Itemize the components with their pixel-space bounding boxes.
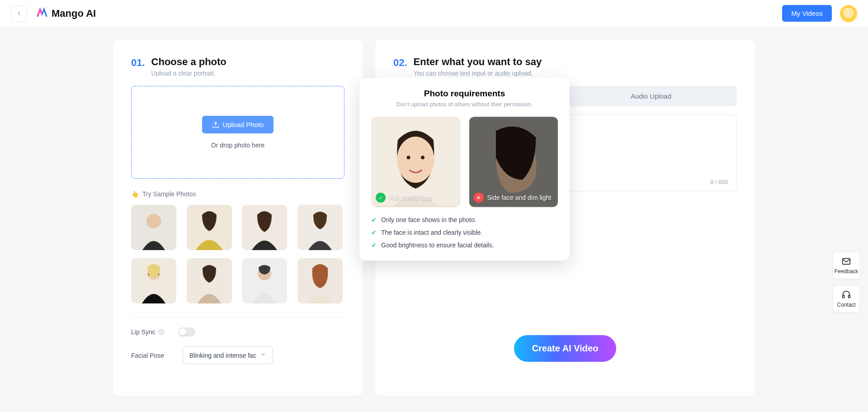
step1-title: Choose a photo xyxy=(151,56,226,68)
sample-photos-label: Try Sample Photos xyxy=(142,190,196,198)
step1-number: 01. xyxy=(131,57,145,69)
my-videos-button[interactable]: My Videos xyxy=(782,5,832,22)
floating-actions: Feedback Contact xyxy=(833,252,860,313)
upload-dropzone[interactable]: Upload Photo Or drop photo here xyxy=(131,86,344,179)
svg-point-22 xyxy=(421,156,425,159)
step1-head: 01. Choose a photo Upload a clear portra… xyxy=(131,56,344,77)
header-left: Mango AI xyxy=(11,5,96,22)
info-icon: ? xyxy=(158,329,165,335)
headset-icon xyxy=(841,290,851,300)
header-right: My Videos xyxy=(782,5,857,22)
bad-example: ✕ Side face and dim light xyxy=(469,117,558,207)
chevron-down-icon xyxy=(260,351,266,359)
sample-photo-6[interactable] xyxy=(187,258,232,303)
upload-photo-button[interactable]: Upload Photo xyxy=(202,116,274,133)
svg-rect-26 xyxy=(843,295,844,298)
step2-title: Enter what you want to say xyxy=(414,56,542,68)
user-avatar[interactable] xyxy=(840,5,857,22)
check-icon: ✓ xyxy=(371,242,377,249)
upload-icon xyxy=(212,121,219,128)
lip-sync-toggle[interactable] xyxy=(178,327,195,336)
check-icon: ✓ xyxy=(371,229,377,236)
facial-pose-value: Blinking and intense fac xyxy=(189,352,256,359)
sample-photo-3[interactable] xyxy=(242,205,287,250)
lip-sync-label: Lip Sync ? xyxy=(131,328,167,336)
svg-point-21 xyxy=(407,156,410,159)
chevron-left-icon xyxy=(15,10,23,17)
contact-button[interactable]: Contact xyxy=(833,285,860,313)
main: 01. Choose a photo Upload a clear portra… xyxy=(113,40,755,396)
tab-audio-upload[interactable]: Audio Upload xyxy=(565,86,737,106)
svg-point-2 xyxy=(146,214,161,228)
feedback-button[interactable]: Feedback xyxy=(833,252,860,279)
x-circle-icon: ✕ xyxy=(474,193,484,203)
mail-icon xyxy=(841,256,851,266)
logo: Mango AI xyxy=(36,6,96,21)
photo-requirements-popover: Photo requirements Don't upload photos o… xyxy=(359,78,570,260)
sample-photo-7[interactable] xyxy=(242,258,287,303)
facial-pose-label: Facial Pose xyxy=(131,352,172,359)
sample-photos-grid xyxy=(131,205,344,303)
facial-pose-row: Facial Pose Blinking and intense fac xyxy=(131,346,344,364)
check-circle-icon: ✓ xyxy=(376,193,386,203)
upload-button-label: Upload Photo xyxy=(223,121,264,128)
brand-text: Mango AI xyxy=(52,8,96,19)
sample-photo-5[interactable] xyxy=(131,258,176,303)
drop-hint: Or drop photo here xyxy=(211,142,264,149)
lip-sync-row: Lip Sync ? xyxy=(131,327,344,336)
sample-photo-8[interactable] xyxy=(297,258,343,303)
divider xyxy=(131,317,344,317)
step2-subtitle: You can choose text input or audio uploa… xyxy=(414,70,542,77)
bad-example-caption: Side face and dim light xyxy=(487,194,552,201)
svg-point-20 xyxy=(397,137,434,183)
popover-subtitle: Don't upload photos of others without th… xyxy=(371,101,558,108)
popover-examples: ✓ Full frontal face ✕ Side face and dim … xyxy=(371,117,558,207)
popover-rules: ✓Only one face shows in the photo. ✓The … xyxy=(371,216,558,249)
step1-subtitle: Upload a clear portrait. xyxy=(151,70,226,77)
sample-photo-2[interactable] xyxy=(187,205,232,250)
create-ai-video-button[interactable]: Create AI Video xyxy=(514,335,617,362)
good-example-caption: Full frontal face xyxy=(389,194,433,201)
rule-item: ✓Only one face shows in the photo. xyxy=(371,216,558,223)
svg-rect-27 xyxy=(849,295,850,298)
rule-item: ✓Good brightness to ensure facial detail… xyxy=(371,242,558,249)
step2-head: 02. Enter what you want to say You can c… xyxy=(393,56,737,77)
logo-mark-icon xyxy=(36,6,48,21)
create-button-wrap: Create AI Video xyxy=(393,335,737,362)
rule-item: ✓The face is intact and clearly visible. xyxy=(371,229,558,236)
popover-title: Photo requirements xyxy=(371,89,558,99)
sample-photo-4[interactable] xyxy=(297,205,343,250)
back-button[interactable] xyxy=(11,5,27,22)
header: Mango AI My Videos xyxy=(0,0,868,27)
good-example: ✓ Full frontal face xyxy=(371,117,460,207)
step1-card: 01. Choose a photo Upload a clear portra… xyxy=(113,40,363,396)
facial-pose-select[interactable]: Blinking and intense fac xyxy=(183,346,273,364)
sample-photos-header: 👆 Try Sample Photos xyxy=(131,190,344,198)
char-count: 0 / 800 xyxy=(710,179,728,185)
pointing-hand-icon: 👆 xyxy=(131,190,139,198)
sample-photo-1[interactable] xyxy=(131,205,176,250)
check-icon: ✓ xyxy=(371,216,377,223)
step2-number: 02. xyxy=(393,57,407,69)
